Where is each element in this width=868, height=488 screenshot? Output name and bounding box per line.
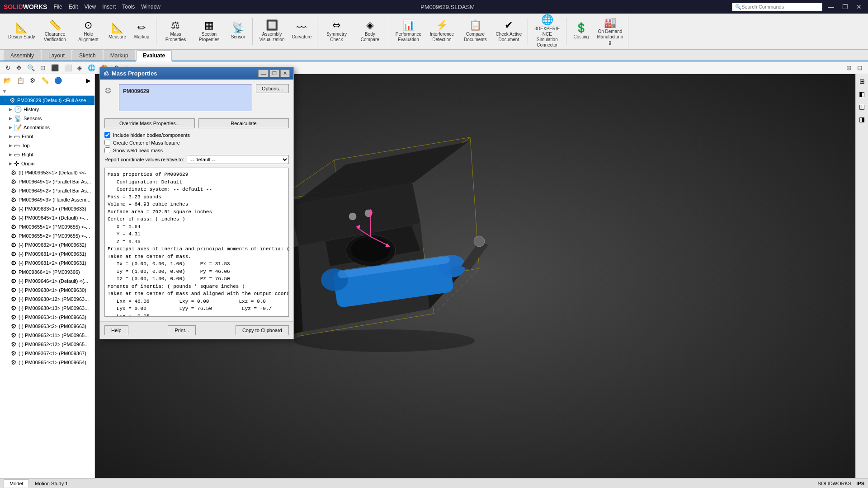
toolbar-btn-body-compare[interactable]: ◈Body Compare bbox=[354, 19, 386, 44]
toolbar-btn-measure[interactable]: 📐Measure bbox=[105, 21, 129, 42]
menu-file[interactable]: File bbox=[51, 3, 65, 11]
checkbox-weld-bead[interactable] bbox=[104, 147, 110, 153]
tree-item-pm009645-1[interactable]: ⚙ (-) PM009645<1> (Default) <-... bbox=[0, 213, 94, 222]
tree-item-pm009655-1[interactable]: ⚙ PM009655<1> (PM009655) <-... bbox=[0, 222, 94, 231]
menu-edit[interactable]: Edit bbox=[66, 3, 81, 11]
zoom-icon[interactable]: 🔍 bbox=[25, 63, 37, 72]
bottom-tab-model[interactable]: Model bbox=[4, 479, 29, 488]
tree-item-pm009630-13[interactable]: ⚙ (-) PM009630<13> (PM00963... bbox=[0, 304, 94, 313]
toolbar-btn-3dexperience[interactable]: 🌐3DEXPERIENCE Simulation Connector bbox=[531, 13, 563, 50]
tree-item-pm009631-1[interactable]: ⚙ (-) PM009631<1> (PM009631) bbox=[0, 249, 94, 258]
checkbox-center-mass[interactable] bbox=[104, 140, 110, 145]
scene-icon[interactable]: 🌐 bbox=[86, 63, 97, 72]
tree-item-pm009649-1[interactable]: ⚙ PM009649<1> (Parallel Bar As... bbox=[0, 177, 94, 186]
menu-view[interactable]: View bbox=[81, 3, 99, 11]
toolbar-btn-design-study[interactable]: 📐Design Study bbox=[5, 21, 38, 42]
print-button[interactable]: Print... bbox=[168, 325, 196, 335]
tree-item-pm009633-1[interactable]: ⚙ (-) PM009633<1> (PM009633) bbox=[0, 204, 94, 213]
pan-icon[interactable]: ✥ bbox=[14, 63, 24, 72]
tree-item-pm009630-1[interactable]: ⚙ (-) PM009630<1> (PM009630) bbox=[0, 286, 94, 295]
toolbar-btn-hole-alignment[interactable]: ⊙Hole Alignment bbox=[72, 19, 104, 44]
tree-item-pm009630-12[interactable]: ⚙ (-) PM009630<12> (PM00963... bbox=[0, 295, 94, 304]
close-button[interactable]: ✕ bbox=[854, 2, 864, 11]
dialog-restore-button[interactable]: ❐ bbox=[269, 70, 279, 77]
tree-item-pm009631-2[interactable]: ⚙ (-) PM009631<2> (PM009631) bbox=[0, 258, 94, 267]
config-manager-icon[interactable]: ⚙ bbox=[28, 76, 38, 85]
tab-layout[interactable]: Layout bbox=[42, 50, 71, 61]
toolbar-btn-curvature[interactable]: 〰Curvature bbox=[289, 21, 314, 42]
toolbar-btn-interference[interactable]: ⚡Interference Detection bbox=[425, 19, 458, 44]
tree-item-right[interactable]: ▶ ▭ Right bbox=[0, 150, 94, 159]
toolbar-btn-perf-eval[interactable]: 📊Performance Evaluation bbox=[392, 19, 425, 44]
tab-sketch[interactable]: Sketch bbox=[72, 50, 103, 61]
menu-tools[interactable]: Tools bbox=[119, 3, 137, 11]
rp-icon-1[interactable]: ⊞ bbox=[858, 76, 867, 87]
tree-item-origin[interactable]: ▶ ✛ Origin bbox=[0, 159, 94, 168]
toolbar-btn-on-demand[interactable]: 🏭On Demand Manufacturing bbox=[594, 16, 626, 47]
help-button[interactable]: Help bbox=[104, 325, 128, 335]
toolbar-btn-check-active[interactable]: ✔Check Active Document bbox=[492, 19, 525, 44]
display-icon[interactable]: ◈ bbox=[75, 63, 84, 72]
appearance-manager-icon[interactable]: 🔵 bbox=[52, 76, 64, 85]
tree-item-pm009632-1[interactable]: ⚙ (-) PM009632<1> (PM009632) bbox=[0, 240, 94, 249]
tree-item-pm009367-1[interactable]: ⚙ (-) PM009367<1> (PM009367) bbox=[0, 349, 94, 358]
override-mass-button[interactable]: Override Mass Properties... bbox=[104, 118, 195, 128]
tab-markup[interactable]: Markup bbox=[104, 50, 135, 61]
checkbox-hidden-bodies[interactable] bbox=[104, 132, 110, 138]
property-manager-icon[interactable]: 📋 bbox=[15, 76, 26, 85]
tree-item-pm009663-1[interactable]: ⚙ (-) PM009663<1> (PM009663) bbox=[0, 313, 94, 322]
dialog-close-button[interactable]: ✕ bbox=[280, 70, 290, 77]
toolbar-btn-clearance-verify[interactable]: 📏Clearance Verification bbox=[38, 19, 71, 44]
menu-window[interactable]: Window bbox=[138, 3, 163, 11]
tab-evaluate[interactable]: Evaluate bbox=[136, 50, 172, 61]
tree-item-pm009655-2[interactable]: ⚙ PM009655<2> (PM009655) <-... bbox=[0, 231, 94, 240]
menu-insert[interactable]: Insert bbox=[99, 3, 118, 11]
toolbar-btn-sensor[interactable]: 📡Sensor bbox=[226, 21, 250, 42]
dialog-minimize-button[interactable]: — bbox=[258, 70, 269, 77]
section-view-icon[interactable]: ⬜ bbox=[62, 63, 74, 72]
collapse-icon[interactable]: ▶ bbox=[84, 76, 93, 85]
rotate-icon[interactable]: ↻ bbox=[4, 63, 13, 72]
toolbar-btn-assembly-viz[interactable]: 🔲Assembly Visualization bbox=[255, 19, 288, 44]
dim-expert-icon[interactable]: 📏 bbox=[39, 76, 51, 85]
toolbar-btn-mass-props[interactable]: ⚖Mass Properties bbox=[159, 19, 192, 44]
tree-item-pm009654-1[interactable]: ⚙ (-) PM009654<1> (PM009654) bbox=[0, 358, 94, 367]
view-float-icon[interactable]: ⊟ bbox=[855, 63, 864, 72]
tree-item-history[interactable]: ▶ 🕐 History bbox=[0, 105, 94, 114]
minimize-button[interactable]: — bbox=[825, 2, 837, 11]
tree-item-pm009649-2[interactable]: ⚙ PM009649<2> (Parallel Bar As... bbox=[0, 186, 94, 195]
toolbar-btn-section-props[interactable]: ▦Section Properties bbox=[193, 19, 225, 44]
coord-dropdown[interactable]: -- default -- bbox=[187, 155, 289, 164]
recalculate-button[interactable]: Recalculate bbox=[198, 118, 289, 128]
toolbar-btn-symmetry[interactable]: ⇔Symmetry Check bbox=[320, 19, 353, 44]
zoom-fit-icon[interactable]: ⊡ bbox=[38, 63, 47, 72]
view-normal-icon[interactable]: ⊞ bbox=[844, 63, 854, 72]
tree-item-top[interactable]: ▶ ▭ Top bbox=[0, 141, 94, 150]
tree-item-sensors[interactable]: ▶ 📡 Sensors bbox=[0, 114, 94, 123]
rp-icon-2[interactable]: ◧ bbox=[857, 89, 867, 99]
tree-item-front[interactable]: ▶ ▭ Front bbox=[0, 132, 94, 141]
tree-item-pm009366-1[interactable]: ⚙ PM009366<1> (PM009366) bbox=[0, 267, 94, 277]
search-input[interactable] bbox=[741, 4, 805, 9]
search-bar[interactable]: 🔍 bbox=[732, 3, 822, 11]
tree-root[interactable]: ▼ ⚙ PM009629 (Default) <Full Assembly> bbox=[0, 96, 94, 105]
tree-item-pm009653-1[interactable]: ⚙ (f) PM009653<1> (Default) <<- bbox=[0, 168, 94, 177]
bottom-tab-motion-study-1[interactable]: Motion Study 1 bbox=[29, 479, 74, 488]
copy-clipboard-button[interactable]: Copy to Clipboard bbox=[236, 325, 289, 335]
toolbar-btn-costing[interactable]: 💲Costing bbox=[569, 21, 593, 42]
tree-item-pm009663-2[interactable]: ⚙ (-) PM009663<2> (PM009663) bbox=[0, 322, 94, 331]
rp-icon-3[interactable]: ◫ bbox=[857, 101, 867, 112]
tree-item-pm009649-3[interactable]: ⚙ PM009649<3> (Handle Assem... bbox=[0, 195, 94, 204]
view-icon[interactable]: ⬛ bbox=[49, 63, 61, 72]
tree-item-pm009646-1[interactable]: ⚙ (-) PM009646<1> (Default) <{... bbox=[0, 277, 94, 286]
toolbar-btn-markup[interactable]: ✏Markup bbox=[130, 21, 153, 42]
component-selection-box[interactable]: PM009629 bbox=[119, 84, 252, 111]
tree-item-annotations[interactable]: ▶ 📝 Annotations bbox=[0, 123, 94, 132]
toolbar-btn-compare-docs[interactable]: 📋Compare Documents bbox=[459, 19, 491, 44]
options-button[interactable]: Options... bbox=[256, 84, 289, 93]
tree-item-pm009652-11[interactable]: ⚙ (-) PM009652<11> (PM00965... bbox=[0, 331, 94, 340]
rp-icon-4[interactable]: ◨ bbox=[857, 114, 867, 125]
feature-manager-icon[interactable]: 📂 bbox=[2, 76, 13, 85]
tree-item-pm009652-12[interactable]: ⚙ (-) PM009652<12> (PM00965... bbox=[0, 340, 94, 349]
restore-button[interactable]: ❐ bbox=[840, 2, 851, 11]
